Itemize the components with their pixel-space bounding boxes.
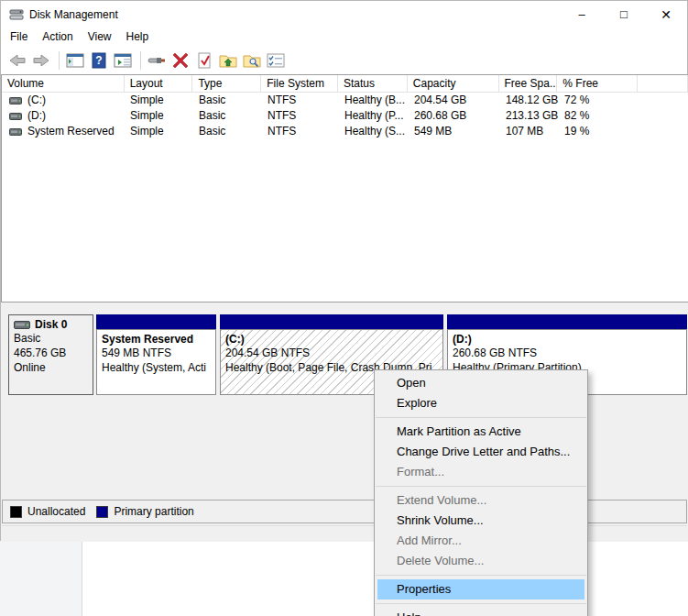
volume-list-body: (C:)SimpleBasicNTFSHealthy (B...204.54 G… — [2, 93, 688, 139]
menu-file[interactable]: File — [3, 28, 35, 45]
window-title: Disk Management — [29, 8, 118, 21]
partition-size: 260.68 GB NTFS — [453, 346, 686, 360]
cell-volume: System Reserved — [2, 124, 125, 139]
column-header--free[interactable]: % Free — [557, 75, 638, 92]
cell-status: Healthy (S... — [339, 124, 409, 139]
forward-icon[interactable] — [30, 50, 52, 72]
volume-row-d[interactable]: (D:)SimpleBasicNTFSHealthy (P...260.68 G… — [2, 108, 688, 124]
partition-name: System Reserved — [102, 333, 215, 346]
help-icon[interactable]: ? — [88, 50, 110, 72]
minimize-button[interactable]: – — [561, 1, 603, 28]
back-icon[interactable] — [6, 50, 28, 72]
menu-item-open[interactable]: Open — [375, 373, 587, 393]
checklist-icon[interactable] — [265, 50, 287, 72]
volume-row-c[interactable]: (C:)SimpleBasicNTFSHealthy (B...204.54 G… — [2, 93, 688, 108]
cell-volume: (D:) — [2, 108, 125, 124]
menu-item-mark-partition-as-active[interactable]: Mark Partition as Active — [375, 422, 587, 442]
volume-list-pane: VolumeLayoutTypeFile SystemStatusCapacit… — [1, 74, 688, 302]
cell-file_system: NTFS — [262, 124, 339, 139]
cell-free_space: 213.13 GB — [500, 108, 559, 124]
tool-icon[interactable] — [146, 50, 168, 72]
menu-separator — [376, 417, 586, 418]
cell-layout: Simple — [125, 93, 193, 108]
disk0-type: Basic — [14, 331, 93, 346]
cell-type: Basic — [193, 108, 262, 124]
legend-item-unallocated: Unallocated — [10, 505, 85, 518]
cell-free_space: 148.12 GB — [500, 93, 559, 108]
partition-color-bar — [96, 314, 216, 329]
cell-volume: (C:) — [2, 93, 125, 108]
menu-separator — [376, 603, 586, 604]
folder-up-icon[interactable] — [217, 50, 239, 72]
legend-item-primary-partition: Primary partition — [96, 505, 193, 518]
menu-help[interactable]: Help — [119, 28, 157, 45]
legend-swatch — [10, 506, 22, 518]
toolbar-separator — [59, 51, 60, 70]
cell-type: Basic — [193, 124, 262, 139]
menu-item-explore[interactable]: Explore — [375, 393, 587, 413]
cell-layout: Simple — [125, 108, 193, 124]
partition-status: Healthy (System, Acti — [102, 360, 215, 375]
menu-item-add-mirror: Add Mirror... — [375, 531, 587, 551]
maximize-button[interactable]: □ — [603, 1, 645, 28]
screen: Disk Management – □ ✕ File Action View H… — [0, 0, 688, 616]
partition-systemreserved[interactable]: System Reserved549 MB NTFSHealthy (Syste… — [96, 314, 216, 395]
disk0-info-panel[interactable]: Disk 0 Basic 465.76 GB Online — [8, 314, 93, 395]
svg-text:?: ? — [95, 54, 102, 67]
partition-color-bar — [220, 314, 443, 329]
column-header-volume[interactable]: Volume — [2, 75, 125, 92]
legend-label: Unallocated — [27, 505, 85, 518]
column-header-capacity[interactable]: Capacity — [408, 75, 499, 92]
column-header-layout[interactable]: Layout — [125, 75, 193, 92]
toolbar-separator — [140, 51, 141, 70]
menu-item-properties[interactable]: Properties — [377, 579, 584, 600]
partition-name: (D:) — [453, 333, 686, 346]
cell-type: Basic — [193, 93, 262, 108]
cell-capacity: 204.54 GB — [409, 93, 500, 108]
close-button[interactable]: ✕ — [645, 1, 687, 28]
cell-capacity: 549 MB — [409, 124, 500, 139]
cell-status: Healthy (B... — [339, 93, 409, 108]
column-header-type[interactable]: Type — [192, 75, 261, 92]
menu-item-extend-volume: Extend Volume... — [375, 490, 587, 511]
partition-context-menu: OpenExploreMark Partition as ActiveChang… — [374, 369, 588, 616]
action-pane-icon[interactable] — [112, 50, 134, 72]
console-tree-icon[interactable] — [64, 50, 86, 72]
menu-item-shrink-volume[interactable]: Shrink Volume... — [375, 511, 587, 531]
disk-management-app-icon — [9, 8, 24, 21]
column-header-file-system[interactable]: File System — [261, 75, 338, 92]
cell-file_system: NTFS — [262, 93, 339, 108]
partition-color-bar — [447, 314, 687, 329]
delete-icon[interactable] — [169, 50, 191, 72]
cell-capacity: 260.68 GB — [409, 108, 500, 124]
partition-size: 204.54 GB NTFS — [225, 346, 442, 360]
partition-size: 549 MB NTFS — [102, 346, 215, 360]
volume-row-systemreserved[interactable]: System ReservedSimpleBasicNTFSHealthy (S… — [2, 124, 688, 139]
menu-item-format: Format... — [375, 462, 587, 482]
titlebar[interactable]: Disk Management – □ ✕ — [1, 1, 687, 28]
menu-view[interactable]: View — [81, 28, 119, 45]
cell-file_system: NTFS — [262, 108, 339, 124]
cell-free_space: 107 MB — [500, 124, 559, 139]
check-document-icon[interactable] — [193, 50, 215, 72]
disk0-size: 465.76 GB — [14, 346, 93, 360]
column-header-free-spa-[interactable]: Free Spa... — [499, 75, 558, 92]
folder-find-icon[interactable] — [241, 50, 263, 72]
menu-item-change-drive-letter-and-paths[interactable]: Change Drive Letter and Paths... — [375, 442, 587, 462]
menu-item-help[interactable]: Help — [375, 608, 587, 616]
cell-pct_free: 19 % — [559, 124, 639, 139]
volume-list-header[interactable]: VolumeLayoutTypeFile SystemStatusCapacit… — [2, 75, 688, 93]
cell-layout: Simple — [125, 124, 193, 139]
column-header-status[interactable]: Status — [338, 75, 408, 92]
menu-action[interactable]: Action — [35, 28, 80, 45]
toolbar: ? — [1, 46, 687, 74]
legend-swatch — [96, 506, 108, 518]
menubar: File Action View Help — [1, 28, 687, 46]
column-header-blank[interactable] — [638, 75, 688, 92]
cell-pct_free: 82 % — [559, 108, 639, 124]
cell-status: Healthy (P... — [339, 108, 409, 124]
disk0-name: Disk 0 — [35, 318, 67, 331]
partition-name: (C:) — [225, 333, 442, 346]
background-panel — [0, 541, 82, 616]
menu-separator — [376, 575, 586, 576]
